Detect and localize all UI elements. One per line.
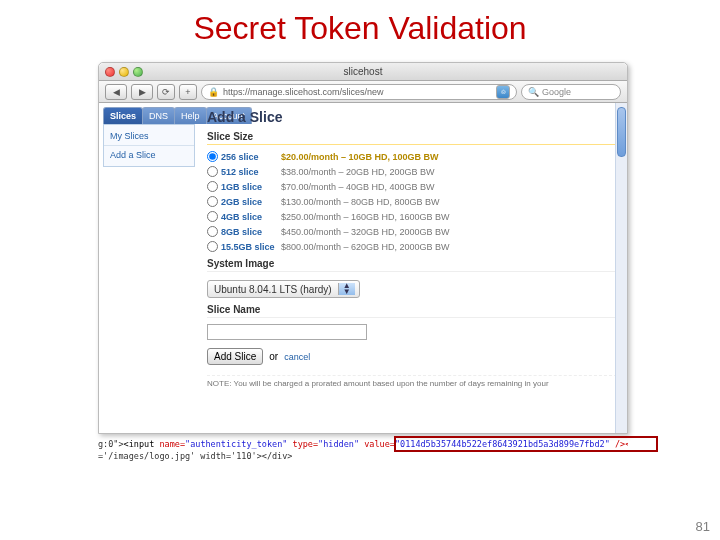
size-radio[interactable]: [207, 196, 218, 207]
chevron-updown-icon: ▲▼: [338, 283, 355, 295]
size-option-desc: $800.00/month – 620GB HD, 2000GB BW: [281, 242, 617, 252]
main-panel: Add a Slice Slice Size 256 slice$20.00/m…: [199, 103, 627, 433]
url-bar[interactable]: 🔒 https://manage.slicehost.com/slices/ne…: [201, 84, 517, 100]
or-text: or: [269, 351, 278, 362]
sidebar-box: My Slices Add a Slice: [103, 124, 195, 167]
size-radio[interactable]: [207, 166, 218, 177]
reload-button[interactable]: ⟳: [157, 84, 175, 100]
size-option-name: 256 slice: [221, 152, 281, 162]
size-option-desc: $20.00/month – 10GB HD, 100GB BW: [281, 152, 617, 162]
system-image-label: System Image: [207, 258, 617, 272]
page-number: 81: [696, 519, 710, 534]
search-placeholder: Google: [542, 87, 571, 97]
add-slice-button[interactable]: Add Slice: [207, 348, 263, 365]
sidebar-link-my-slices[interactable]: My Slices: [110, 129, 188, 143]
browser-window: slicehost ◀ ▶ ⟳ + 🔒 https://manage.slice…: [98, 62, 628, 434]
size-option-name: 2GB slice: [221, 197, 281, 207]
add-bookmark-button[interactable]: +: [179, 84, 197, 100]
scrollbar-thumb[interactable]: [617, 107, 626, 157]
search-field[interactable]: 🔍 Google: [521, 84, 621, 100]
rss-icon[interactable]: ⌾: [496, 85, 510, 99]
lock-icon: 🔒: [208, 87, 219, 97]
sidebar-tabs: Slices DNS Help Account: [103, 107, 195, 124]
size-option-name: 1GB slice: [221, 182, 281, 192]
page-heading: Add a Slice: [207, 109, 617, 125]
size-option-name: 512 slice: [221, 167, 281, 177]
scrollbar[interactable]: [615, 103, 627, 433]
sidebar: Slices DNS Help Account My Slices Add a …: [99, 103, 199, 433]
slice-size-label: Slice Size: [207, 131, 617, 145]
window-titlebar: slicehost: [99, 63, 627, 81]
browser-toolbar: ◀ ▶ ⟳ + 🔒 https://manage.slicehost.com/s…: [99, 81, 627, 103]
size-option-name: 8GB slice: [221, 227, 281, 237]
url-text: https://manage.slicehost.com/slices/new: [223, 87, 384, 97]
size-radio[interactable]: [207, 151, 218, 162]
system-image-select[interactable]: Ubuntu 8.04.1 LTS (hardy) ▲▼: [207, 280, 360, 298]
back-button[interactable]: ◀: [105, 84, 127, 100]
page-content: Slices DNS Help Account My Slices Add a …: [99, 103, 627, 433]
size-option-desc: $250.00/month – 160GB HD, 1600GB BW: [281, 212, 617, 222]
size-option-desc: $130.00/month – 80GB HD, 800GB BW: [281, 197, 617, 207]
size-radio[interactable]: [207, 241, 218, 252]
slice-name-label: Slice Name: [207, 304, 617, 318]
size-radio[interactable]: [207, 226, 218, 237]
size-option-name: 15.5GB slice: [221, 242, 281, 252]
slice-name-input[interactable]: [207, 324, 367, 340]
tab-slices[interactable]: Slices: [103, 107, 143, 124]
size-radio[interactable]: [207, 211, 218, 222]
screenshot: slicehost ◀ ▶ ⟳ + 🔒 https://manage.slice…: [98, 62, 628, 442]
window-title: slicehost: [99, 66, 627, 77]
note-text: NOTE: You will be charged a prorated amo…: [207, 375, 617, 388]
forward-button[interactable]: ▶: [131, 84, 153, 100]
callout-box: [394, 436, 658, 452]
sidebar-link-add-slice[interactable]: Add a Slice: [110, 148, 188, 162]
size-option-desc: $38.00/month – 20GB HD, 200GB BW: [281, 167, 617, 177]
search-icon: 🔍: [528, 87, 539, 97]
size-option-name: 4GB slice: [221, 212, 281, 222]
cancel-link[interactable]: cancel: [284, 352, 310, 362]
system-image-value: Ubuntu 8.04.1 LTS (hardy): [214, 284, 332, 295]
size-options: 256 slice$20.00/month – 10GB HD, 100GB B…: [207, 151, 617, 252]
size-option-desc: $70.00/month – 40GB HD, 400GB BW: [281, 182, 617, 192]
size-radio[interactable]: [207, 181, 218, 192]
size-option-desc: $450.00/month – 320GB HD, 2000GB BW: [281, 227, 617, 237]
tab-dns[interactable]: DNS: [142, 107, 175, 124]
slide-title: Secret Token Validation: [0, 0, 720, 47]
sidebar-divider: [104, 145, 194, 146]
